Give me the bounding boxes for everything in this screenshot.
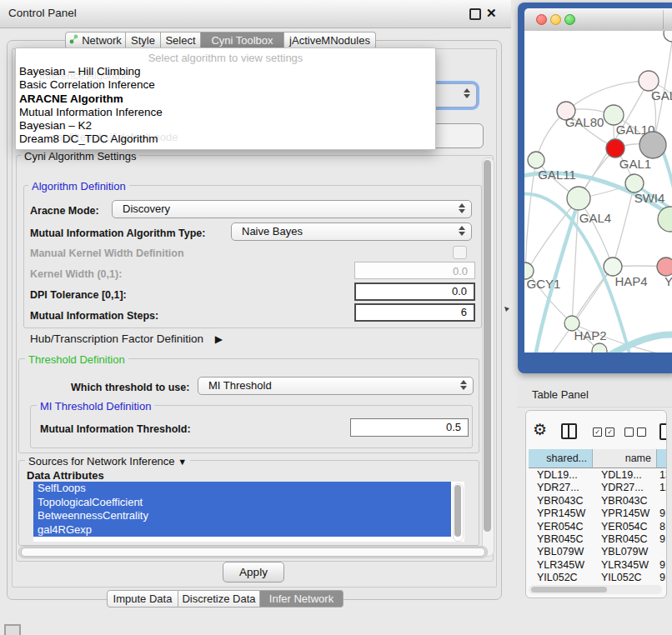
table-cell[interactable]: 9. — [659, 559, 666, 571]
table-cell[interactable]: 9. — [659, 533, 666, 545]
table-cell[interactable]: YBR045C — [601, 533, 648, 545]
table-cell[interactable]: YBR043C — [601, 495, 648, 507]
network-edge[interactable] — [566, 81, 649, 111]
table-cell[interactable]: YDL19... — [537, 469, 578, 481]
attribute-list-item[interactable]: BetweennessCentrality — [33, 509, 451, 523]
split-columns-icon[interactable] — [561, 423, 577, 439]
deselect-all-checks-icon[interactable] — [624, 428, 646, 437]
table-cell[interactable]: YBR045C — [537, 533, 584, 545]
table-cell[interactable]: YDL19... — [601, 469, 642, 481]
network-node[interactable] — [606, 139, 624, 158]
collapsed-panel-icon[interactable] — [4, 624, 21, 635]
sources-group-title[interactable]: Sources for Network Inference ▼ — [25, 455, 190, 468]
dpi-tolerance-field[interactable]: 0.0 — [354, 282, 475, 301]
mi-threshold-label: Mutual Information Threshold: — [40, 423, 191, 435]
network-node[interactable] — [604, 258, 622, 276]
table-cell[interactable]: 9. — [659, 508, 666, 519]
table-cell[interactable]: YPR145W — [601, 508, 649, 519]
tab-impute-data[interactable]: Impute Data — [107, 590, 178, 608]
table-cell[interactable]: YER054C — [601, 521, 648, 532]
hub-definition-section[interactable]: Hub/Transcription Factor Definition ▶ — [30, 332, 223, 345]
manual-kernel-checkbox[interactable] — [453, 246, 467, 259]
expand-right-icon[interactable]: ▶ — [215, 333, 223, 345]
zoom-traffic-light[interactable] — [564, 14, 575, 25]
network-node[interactable] — [639, 132, 666, 158]
tab-select[interactable]: Select — [161, 32, 201, 49]
algorithm-option[interactable]: Basic Correlation Inference — [16, 78, 435, 92]
table-cell[interactable]: YDR27... — [601, 482, 644, 493]
table-cell[interactable]: YDR27... — [537, 482, 579, 493]
table-panel-box: ⚙ ✓✓ shared...name YDL19...YDL19...13YDR… — [525, 410, 667, 598]
network-edge-highlighted[interactable] — [607, 335, 672, 352]
tab-network[interactable]: Network — [65, 32, 126, 49]
table-cell[interactable]: YBR043C — [537, 495, 584, 507]
network-node-label: HAP2 — [574, 328, 606, 342]
network-canvas[interactable]: GALGAL80GAL10GAL1GAL11SWI4GAL4HAP4YGCY1H… — [524, 31, 672, 352]
algorithm-option[interactable]: Bayesian – K2 — [16, 119, 435, 132]
tab-jactivemnodules[interactable]: jActiveMNodules — [284, 32, 376, 49]
table-cell[interactable]: YIL052C — [537, 572, 578, 583]
table-cell[interactable]: 9. — [659, 572, 666, 583]
data-attributes-label: Data Attributes — [27, 469, 104, 482]
network-node[interactable] — [664, 31, 672, 42]
mi-type-combobox[interactable]: Naive Bayes — [231, 222, 472, 241]
mi-steps-field[interactable]: 6 — [354, 303, 475, 322]
attributes-list-scrollbar-thumb[interactable] — [454, 485, 461, 537]
table-cell[interactable]: YBL079W — [601, 546, 648, 558]
select-all-checks-icon[interactable]: ✓✓ — [593, 428, 614, 437]
apply-button[interactable]: Apply — [223, 562, 284, 582]
table-cell[interactable]: 13 — [659, 469, 666, 481]
minimize-traffic-light[interactable] — [550, 14, 561, 25]
attribute-list-item[interactable]: gal4RGexp — [33, 523, 451, 538]
tab-infer-network[interactable]: Infer Network — [260, 590, 344, 608]
network-node[interactable] — [625, 174, 644, 192]
table-column-header[interactable]: name — [593, 449, 657, 468]
table-cell[interactable]: YPR145W — [537, 508, 585, 519]
network-node[interactable] — [657, 258, 672, 276]
which-threshold-combobox[interactable]: MI Threshold — [198, 377, 474, 395]
table-cell[interactable]: 8. — [659, 521, 666, 532]
table-cell[interactable]: YIL052C — [601, 572, 642, 583]
network-node[interactable] — [567, 187, 590, 210]
network-node-label: GAL11 — [538, 168, 576, 182]
kernel-width-field[interactable]: 0.0 — [354, 262, 475, 279]
table-rows: YDL19...YDL19...13YDR27...YDR27...12YBR0… — [526, 469, 666, 585]
table-hscrollbar-thumb[interactable] — [531, 587, 607, 592]
algorithm-definition-title: Algorithm Definition — [28, 180, 129, 192]
close-traffic-light[interactable] — [536, 14, 547, 25]
table-cell[interactable]: YER054C — [537, 521, 584, 532]
table-cell[interactable]: YLR345W — [537, 559, 584, 571]
close-icon[interactable]: ✕ — [486, 6, 497, 21]
algorithm-option[interactable]: ARACNE Algorithm — [16, 92, 435, 106]
attribute-list-item[interactable]: TopologicalCoefficient — [33, 496, 451, 510]
aracne-mode-combobox[interactable]: Discovery — [112, 200, 472, 218]
network-node[interactable] — [528, 152, 544, 168]
network-node-label: GAL1 — [619, 157, 651, 171]
tab-discretize-data[interactable]: Discretize Data — [178, 590, 260, 608]
expand-down-icon[interactable]: ▼ — [178, 457, 187, 467]
attribute-list-item[interactable]: SelfLoops — [33, 482, 451, 496]
algorithm-option[interactable]: Bayesian – Hill Climbing — [16, 65, 435, 78]
data-attributes-list[interactable]: SelfLoopsTopologicalCoefficientBetweenne… — [33, 482, 464, 542]
algorithm-option[interactable]: Dream8 DC_TDC Algorithm — [16, 132, 435, 146]
algorithm-list: Bayesian – Hill ClimbingBasic Correlatio… — [16, 65, 435, 147]
table-column-header[interactable]: shared... — [529, 449, 593, 468]
table-cell[interactable]: 12 — [659, 482, 666, 493]
table-cell[interactable]: YBL079W — [537, 546, 584, 558]
settings-hscrollbar-thumb[interactable] — [21, 548, 485, 557]
table-cell[interactable]: YLR345W — [601, 559, 649, 571]
float-window-icon[interactable] — [469, 8, 481, 20]
algorithm-option[interactable]: Mutual Information Inference — [16, 106, 435, 119]
application-window: Control Panel ✕ Network Style Select Cyn… — [0, 0, 672, 635]
tab-style[interactable]: Style — [126, 32, 161, 49]
network-edge[interactable] — [527, 198, 579, 271]
table-column-header[interactable] — [657, 449, 667, 468]
network-node[interactable] — [592, 343, 607, 352]
table-mode-icon[interactable] — [659, 423, 667, 440]
gear-icon[interactable]: ⚙ — [533, 420, 547, 439]
settings-scrollbar-thumb[interactable] — [484, 160, 491, 532]
mi-threshold-field[interactable]: 0.5 — [350, 418, 469, 437]
threshold-definition-title: Threshold Definition — [25, 353, 128, 366]
network-edge[interactable] — [613, 183, 634, 267]
tab-cyni-toolbox[interactable]: Cyni Toolbox — [201, 32, 284, 49]
